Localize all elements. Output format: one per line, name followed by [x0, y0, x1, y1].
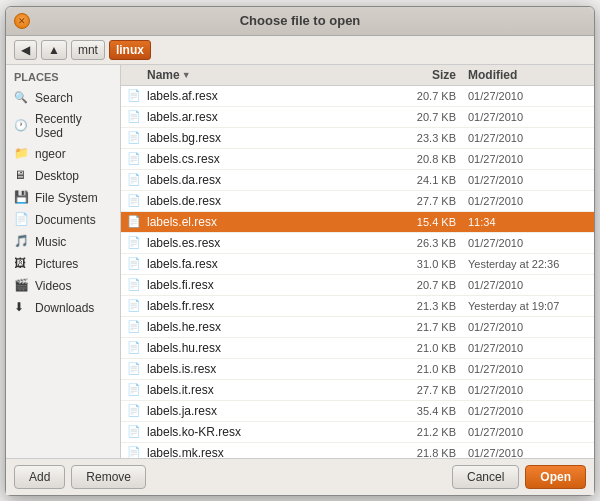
table-row[interactable]: 📄labels.fa.resx31.0 KBYesterday at 22:36 — [121, 254, 594, 275]
main-content: Places Search Recently Used ngeor Deskto… — [6, 65, 594, 458]
table-row[interactable]: 📄labels.cs.resx20.8 KB01/27/2010 — [121, 149, 594, 170]
titlebar: ✕ Choose file to open — [6, 7, 594, 36]
table-row[interactable]: 📄labels.da.resx24.1 KB01/27/2010 — [121, 170, 594, 191]
table-row[interactable]: 📄labels.ko-KR.resx21.2 KB01/27/2010 — [121, 422, 594, 443]
file-icon: 📄 — [121, 404, 147, 417]
col-name-label: Name — [147, 68, 180, 82]
downloads-icon — [14, 300, 30, 316]
table-row[interactable]: 📄labels.hu.resx21.0 KB01/27/2010 — [121, 338, 594, 359]
table-row[interactable]: 📄labels.fr.resx21.3 KBYesterday at 19:07 — [121, 296, 594, 317]
table-row[interactable]: 📄labels.es.resx26.3 KB01/27/2010 — [121, 233, 594, 254]
file-modified: 01/27/2010 — [464, 363, 594, 375]
table-row[interactable]: 📄labels.el.resx15.4 KB11:34 — [121, 212, 594, 233]
file-icon: 📄 — [121, 425, 147, 438]
sidebar-item-recently-used[interactable]: Recently Used — [6, 109, 120, 143]
file-size: 26.3 KB — [399, 237, 464, 249]
file-name: labels.mk.resx — [147, 446, 399, 458]
sidebar-item-pictures[interactable]: Pictures — [6, 253, 120, 275]
file-name: labels.af.resx — [147, 89, 399, 103]
file-modified: 01/27/2010 — [464, 384, 594, 396]
file-modified: 01/27/2010 — [464, 321, 594, 333]
file-size: 27.7 KB — [399, 384, 464, 396]
table-row[interactable]: 📄labels.af.resx20.7 KB01/27/2010 — [121, 86, 594, 107]
table-row[interactable]: 📄labels.mk.resx21.8 KB01/27/2010 — [121, 443, 594, 458]
file-name: labels.fi.resx — [147, 278, 399, 292]
file-name: labels.da.resx — [147, 173, 399, 187]
file-size: 15.4 KB — [399, 216, 464, 228]
col-modified-header[interactable]: Modified — [464, 68, 594, 82]
path-linux[interactable]: linux — [109, 40, 151, 60]
file-size: 23.3 KB — [399, 132, 464, 144]
table-row[interactable]: 📄labels.it.resx27.7 KB01/27/2010 — [121, 380, 594, 401]
sidebar-item-videos[interactable]: Videos — [6, 275, 120, 297]
sidebar-title: Places — [6, 69, 120, 87]
file-size: 21.0 KB — [399, 363, 464, 375]
file-size: 35.4 KB — [399, 405, 464, 417]
file-name: labels.ar.resx — [147, 110, 399, 124]
up-button[interactable]: ▲ — [41, 40, 67, 60]
table-row[interactable]: 📄labels.fi.resx20.7 KB01/27/2010 — [121, 275, 594, 296]
table-row[interactable]: 📄labels.ja.resx35.4 KB01/27/2010 — [121, 401, 594, 422]
file-modified: 01/27/2010 — [464, 195, 594, 207]
sidebar-item-music[interactable]: Music — [6, 231, 120, 253]
file-modified: 01/27/2010 — [464, 132, 594, 144]
file-modified: 01/27/2010 — [464, 237, 594, 249]
file-panel: Name ▼ Size Modified 📄labels.af.resx20.7… — [121, 65, 594, 458]
path-mnt[interactable]: mnt — [71, 40, 105, 60]
file-icon: 📄 — [121, 215, 147, 228]
col-name-header[interactable]: Name ▼ — [121, 68, 399, 82]
file-name: labels.es.resx — [147, 236, 399, 250]
file-icon: 📄 — [121, 131, 147, 144]
sidebar-item-search[interactable]: Search — [6, 87, 120, 109]
file-icon: 📄 — [121, 110, 147, 123]
file-icon: 📄 — [121, 194, 147, 207]
file-size: 21.8 KB — [399, 447, 464, 458]
table-row[interactable]: 📄labels.ar.resx20.7 KB01/27/2010 — [121, 107, 594, 128]
file-list[interactable]: 📄labels.af.resx20.7 KB01/27/2010📄labels.… — [121, 86, 594, 458]
sidebar-label-videos: Videos — [35, 279, 71, 293]
file-icon: 📄 — [121, 173, 147, 186]
file-modified: 01/27/2010 — [464, 426, 594, 438]
file-icon: 📄 — [121, 89, 147, 102]
remove-button[interactable]: Remove — [71, 465, 146, 489]
open-button[interactable]: Open — [525, 465, 586, 489]
table-row[interactable]: 📄labels.bg.resx23.3 KB01/27/2010 — [121, 128, 594, 149]
sidebar-item-ngeor[interactable]: ngeor — [6, 143, 120, 165]
table-row[interactable]: 📄labels.de.resx27.7 KB01/27/2010 — [121, 191, 594, 212]
file-icon: 📄 — [121, 152, 147, 165]
file-modified: Yesterday at 19:07 — [464, 300, 594, 312]
file-icon: 📄 — [121, 278, 147, 291]
videos-icon — [14, 278, 30, 294]
cancel-button[interactable]: Cancel — [452, 465, 519, 489]
table-row[interactable]: 📄labels.is.resx21.0 KB01/27/2010 — [121, 359, 594, 380]
add-button[interactable]: Add — [14, 465, 65, 489]
sidebar-item-downloads[interactable]: Downloads — [6, 297, 120, 319]
sidebar-item-desktop[interactable]: Desktop — [6, 165, 120, 187]
back-button[interactable]: ◀ — [14, 40, 37, 60]
pictures-icon — [14, 256, 30, 272]
music-icon — [14, 234, 30, 250]
file-name: labels.de.resx — [147, 194, 399, 208]
sidebar-label-fs: File System — [35, 191, 98, 205]
search-icon — [14, 90, 30, 106]
documents-icon — [14, 212, 30, 228]
sidebar: Places Search Recently Used ngeor Deskto… — [6, 65, 121, 458]
bottom-left-buttons: Add Remove — [14, 465, 146, 489]
file-icon: 📄 — [121, 446, 147, 458]
table-row[interactable]: 📄labels.he.resx21.7 KB01/27/2010 — [121, 317, 594, 338]
file-icon: 📄 — [121, 257, 147, 270]
col-size-header[interactable]: Size — [399, 68, 464, 82]
file-name: labels.it.resx — [147, 383, 399, 397]
dialog-title: Choose file to open — [14, 13, 586, 28]
file-modified: 01/27/2010 — [464, 279, 594, 291]
file-icon: 📄 — [121, 362, 147, 375]
sidebar-label-search: Search — [35, 91, 73, 105]
sidebar-label-recent: Recently Used — [35, 112, 112, 140]
file-name: labels.hu.resx — [147, 341, 399, 355]
file-icon: 📄 — [121, 383, 147, 396]
sidebar-item-filesystem[interactable]: File System — [6, 187, 120, 209]
file-modified: 01/27/2010 — [464, 174, 594, 186]
sidebar-item-documents[interactable]: Documents — [6, 209, 120, 231]
folder-icon — [14, 146, 30, 162]
file-name: labels.ja.resx — [147, 404, 399, 418]
